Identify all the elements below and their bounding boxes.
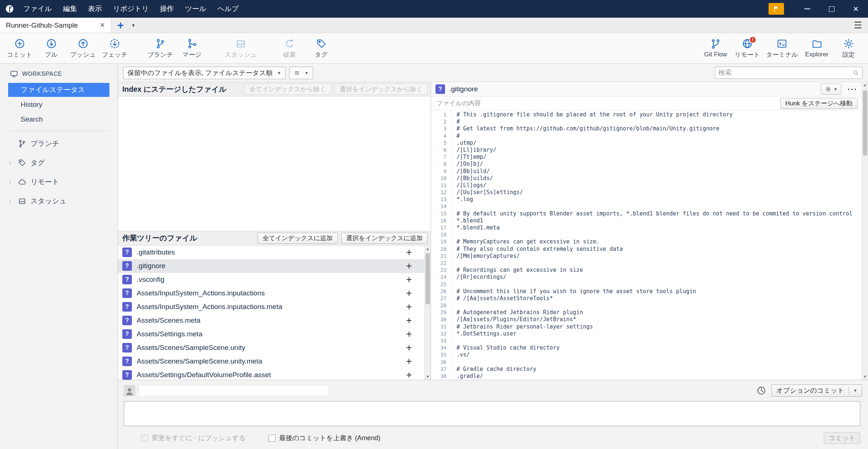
toolbar-stash-button[interactable]: スタッシュ [222,33,260,63]
commit-options-label: オプションのコミット [776,386,844,395]
notification-flag-button[interactable] [769,3,784,15]
sidebar-section-tags[interactable]: タグ [0,153,118,172]
maximize-button[interactable] [819,0,844,18]
file-row[interactable]: ?.gitignore+ [118,259,424,273]
line-text: # Jetbrains Rider personal-layer setting… [451,323,868,330]
toolbar-merge-button[interactable]: マージ [176,33,208,63]
view-mode-dropdown[interactable]: ▼ [289,67,313,79]
scroll-up-arrow[interactable]: ▲ [426,247,430,251]
file-list-scrollbar[interactable]: ▲ ▼ [424,246,431,380]
chevron-down-icon: ▼ [305,71,309,75]
settings-icon [843,38,854,49]
sidebar-item-history[interactable]: History [8,98,109,112]
new-tab-button[interactable]: + [117,18,124,32]
line-number: 13 [431,196,451,203]
terminal-icon [776,38,788,49]
toolbar-tag-button[interactable]: タグ [305,33,337,63]
untracked-badge: ? [122,370,132,380]
commit-author-input[interactable] [139,385,329,396]
tab-close-icon[interactable]: ✕ [98,21,106,29]
menubar-item[interactable]: ヘルプ [212,0,244,18]
stage-file-button[interactable]: + [406,358,412,365]
push-immediately-checkbox[interactable] [141,435,148,442]
list-view-icon [294,70,300,76]
line-text: # MemoryCaptures can get excessive in si… [451,238,868,245]
code-line: 29# Autogenerated Jetbrains Rider plugin [431,309,868,316]
scrollbar-thumb[interactable] [426,253,430,304]
sidebar-item-search[interactable]: Search [8,112,109,126]
unstage-selected-button[interactable]: 選択をインデックスから除く [335,84,428,95]
diff-settings-button[interactable]: ▼ [821,84,841,95]
file-row[interactable]: ?.gitattributes+ [118,246,424,259]
file-row[interactable]: ?.vsconfig+ [118,273,424,287]
commit-history-button[interactable] [755,384,768,397]
file-row[interactable]: ?Assets/Settings.meta+ [118,327,424,341]
toolbar-fetch-button[interactable]: フェッチ [99,33,130,63]
menubar-item[interactable]: ツール [179,0,212,18]
stage-hunk-button[interactable]: Hunk をステージへ移動 [780,98,858,109]
sidebar-section-remotes[interactable]: リモート [0,172,118,192]
stage-file-button[interactable]: + [406,249,412,256]
toolbar-gitflow-button[interactable]: Git Flow [700,33,731,63]
sidebar-section-stashes[interactable]: スタッシュ [0,192,118,211]
file-row[interactable]: ?Assets/InputSystem_Actions.inputactions… [118,287,424,300]
toolbar-discard-button[interactable]: 破棄 [274,33,305,63]
file-row[interactable]: ?Assets/Settings/DefaultVolumeProfile.as… [118,368,424,380]
file-row[interactable]: ?Assets/Scenes/SampleScene.unity.meta+ [118,355,424,368]
menu-bar: ファイル編集表示リポジトリ操作ツールヘルプ [18,0,244,18]
menubar-item[interactable]: 操作 [154,0,179,18]
menubar-item[interactable]: リポジトリ [108,0,154,18]
untracked-badge: ? [122,261,132,271]
toolbar-push-button[interactable]: プッシュ [67,33,99,63]
file-row[interactable]: ?Assets/InputSystem_Actions.inputactions… [118,300,424,314]
diff-scrollbar[interactable]: ▲ ▼ [862,82,868,380]
stage-file-button[interactable]: + [406,276,412,283]
menubar-item[interactable]: ファイル [18,0,57,18]
search-input[interactable] [718,69,852,77]
line-number: 4 [431,133,451,140]
toolbar-explorer-button[interactable]: Explorer [801,33,833,63]
stage-file-button[interactable]: + [406,303,412,311]
scrollbar-thumb[interactable] [863,91,867,155]
hamburger-menu-icon[interactable]: ☰ [854,20,862,31]
menubar-item[interactable]: 表示 [83,0,108,18]
toolbar-remote-button[interactable]: !リモート [731,33,763,63]
toolbar-settings-button[interactable]: 設定 [833,33,864,63]
close-button[interactable]: ✕ [844,0,868,18]
stage-file-button[interactable]: + [406,371,412,379]
commit-options-button[interactable]: オプションのコミット ▼ [771,385,862,397]
toolbar-commit-button[interactable]: コミット [4,33,35,63]
unstage-all-button[interactable]: 全てインデックスから除く [244,84,331,95]
tab-list-chevron-icon[interactable]: ▼ [131,23,136,28]
more-options-button[interactable]: ⋯ [847,85,857,93]
stage-file-button[interactable]: + [406,330,412,338]
sidebar-item-file-status[interactable]: ファイルステータス [8,83,109,97]
stage-file-button[interactable]: + [406,317,412,324]
stage-all-button[interactable]: 全てインデックスに追加 [258,233,338,244]
toolbar-terminal-button[interactable]: ターミナル [763,33,801,63]
fetch-icon [109,38,120,49]
stage-file-button[interactable]: + [406,344,412,351]
minimize-button[interactable] [795,0,819,18]
scroll-up-arrow[interactable]: ▲ [863,83,867,87]
menubar-item[interactable]: 編集 [57,0,83,18]
sidebar-section-branches[interactable]: ブランチ [0,134,118,153]
amend-checkbox[interactable] [269,435,276,442]
stage-file-button[interactable]: + [406,262,412,270]
commit-message-input[interactable] [124,401,860,426]
scroll-down-arrow[interactable]: ▼ [426,375,430,379]
pending-files-filter-dropdown[interactable]: 保留中のファイルを表示, ファイルステータス順 ▼ [123,67,286,79]
stage-file-button[interactable]: + [406,290,412,297]
tag-icon [18,158,27,167]
toolbar-branch-button[interactable]: ブランチ [144,33,176,63]
toolbar-button-label: フェッチ [102,50,127,59]
scroll-down-arrow[interactable]: ▼ [863,375,867,379]
file-row[interactable]: ?Assets/Scenes/SampleScene.unity+ [118,341,424,355]
commit-button[interactable]: コミット [824,432,860,444]
push-immediately-option: 変更をすぐに - にプッシュする [141,434,246,442]
file-row[interactable]: ?Assets/Scenes.meta+ [118,314,424,327]
repo-tab[interactable]: Runner-Github-Sample ✕ [0,18,111,33]
sidebar-section-label: ブランチ [31,139,59,148]
stage-selected-button[interactable]: 選択をインデックスに追加 [341,233,428,244]
toolbar-pull-button[interactable]: プル [35,33,67,63]
